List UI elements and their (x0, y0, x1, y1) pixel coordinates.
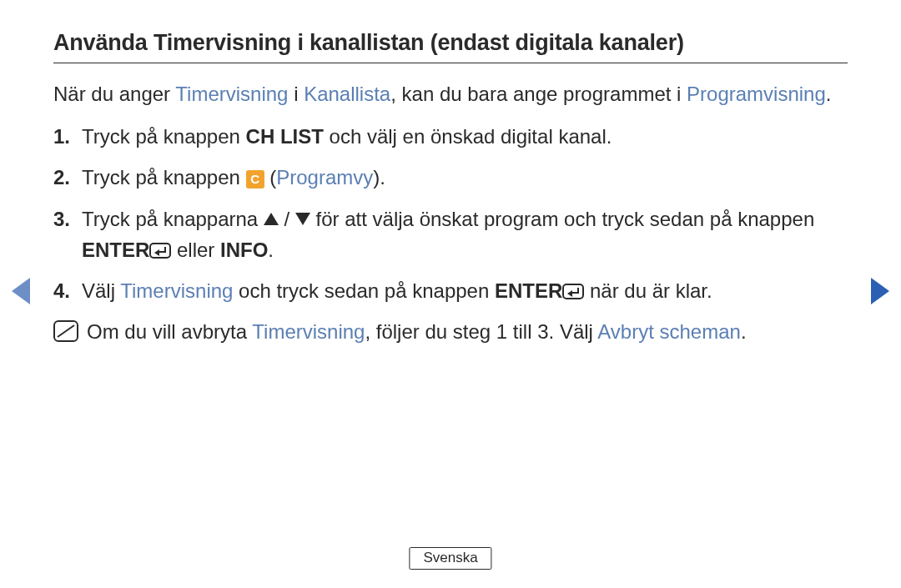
nav-next-icon[interactable] (871, 278, 889, 304)
term-timervisning: Timervisning (175, 83, 288, 105)
language-badge: Svenska (409, 547, 491, 570)
enter-icon (149, 243, 171, 259)
text: Välj (82, 279, 120, 302)
svg-line-1 (58, 325, 74, 337)
c-button-icon: C (246, 170, 264, 188)
term-kanallista: Kanallista (304, 83, 390, 105)
text: När du anger (53, 83, 175, 105)
text: eller (171, 239, 220, 261)
step-2: Tryck på knappen C (Programvy). (82, 162, 848, 193)
text: , följer du steg 1 till 3. Välj (365, 320, 597, 343)
step-1: Tryck på knappen CH LIST och välj en öns… (82, 121, 848, 152)
text: för att välja önskat program och tryck s… (310, 208, 814, 230)
intro-paragraph: När du anger Timervisning i Kanallista, … (53, 78, 848, 109)
text: Tryck på knappen (82, 166, 246, 188)
page-title: Använda Timervisning i kanallistan (enda… (53, 30, 848, 63)
text: Tryck på knapparna (82, 208, 264, 230)
text: i (288, 83, 304, 105)
note-text: Om du vill avbryta Timervisning, följer … (87, 316, 747, 347)
text: . (741, 320, 747, 343)
text: . (268, 239, 274, 261)
text: Tryck på knappen (82, 125, 246, 148)
step-3: Tryck på knapparna / för att välja önska… (82, 204, 848, 265)
note-row: Om du vill avbryta Timervisning, följer … (53, 316, 848, 347)
term-avbryt-scheman: Avbryt scheman (597, 320, 741, 343)
term-programvisning: Programvisning (687, 83, 826, 105)
text: när du är klar. (584, 279, 712, 302)
down-arrow-icon (295, 213, 310, 225)
key-enter: ENTER (82, 239, 149, 261)
key-enter: ENTER (495, 279, 562, 302)
text: ). (373, 166, 385, 188)
text: Om du vill avbryta (87, 320, 252, 343)
up-arrow-icon (264, 213, 279, 225)
term-timervisning: Timervisning (252, 320, 365, 343)
nav-prev-icon[interactable] (12, 278, 30, 304)
step-4: Välj Timervisning och tryck sedan på kna… (82, 275, 848, 306)
key-chlist: CH LIST (246, 125, 324, 148)
text: / (279, 208, 295, 230)
text: och välj en önskad digital kanal. (324, 125, 612, 148)
text: och tryck sedan på knappen (233, 279, 495, 302)
key-info: INFO (220, 239, 268, 261)
term-programvy: Programvy (276, 166, 373, 188)
text: , kan du bara ange programmet i (390, 83, 687, 105)
note-icon (53, 320, 78, 342)
step-list: Tryck på knappen CH LIST och välj en öns… (53, 121, 848, 306)
term-timervisning: Timervisning (120, 279, 233, 302)
enter-icon (562, 284, 584, 299)
text: . (826, 83, 832, 105)
text: ( (264, 166, 277, 188)
